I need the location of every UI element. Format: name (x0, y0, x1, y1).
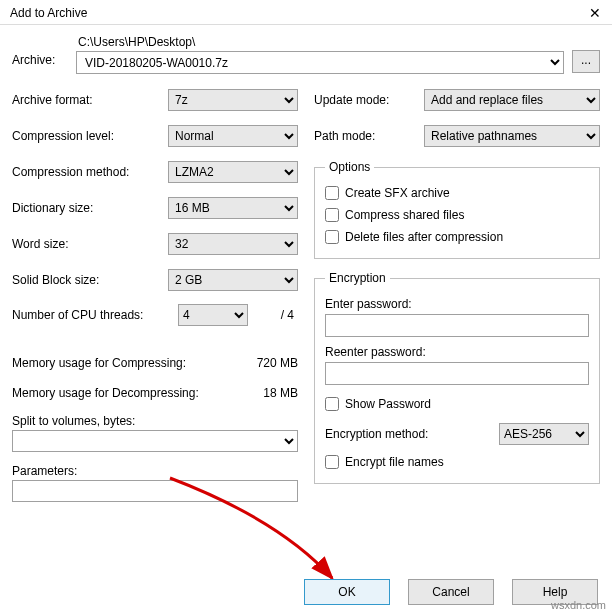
mem-decomp-value: 18 MB (263, 386, 298, 400)
archive-label: Archive: (12, 35, 68, 67)
delete-label: Delete files after compression (345, 230, 503, 244)
encrypt-names-checkbox[interactable] (325, 455, 339, 469)
word-select[interactable]: 32 (168, 233, 298, 255)
encryption-group: Encryption Enter password: Reenter passw… (314, 271, 600, 484)
pathmode-label: Path mode: (314, 129, 424, 143)
method-label: Compression method: (12, 165, 168, 179)
close-icon[interactable]: ✕ (588, 6, 602, 20)
sfx-checkbox[interactable] (325, 186, 339, 200)
options-group: Options Create SFX archive Compress shar… (314, 160, 600, 259)
show-pw-checkbox[interactable] (325, 397, 339, 411)
pathmode-select[interactable]: Relative pathnames (424, 125, 600, 147)
delete-checkbox[interactable] (325, 230, 339, 244)
word-label: Word size: (12, 237, 168, 251)
archive-filename-select[interactable]: VID-20180205-WA0010.7z (76, 51, 564, 74)
params-input[interactable] (12, 480, 298, 502)
shared-checkbox[interactable] (325, 208, 339, 222)
encryption-legend: Encryption (325, 271, 390, 285)
format-label: Archive format: (12, 93, 168, 107)
watermark: wsxdn.com (551, 599, 606, 611)
cancel-button[interactable]: Cancel (408, 579, 494, 605)
sfx-label: Create SFX archive (345, 186, 450, 200)
cpu-total: / 4 (248, 308, 298, 322)
reenter-pw-label: Reenter password: (325, 345, 589, 359)
ok-button[interactable]: OK (304, 579, 390, 605)
archive-path: C:\Users\HP\Desktop\ (76, 35, 564, 49)
update-label: Update mode: (314, 93, 424, 107)
enter-pw-input[interactable] (325, 314, 589, 337)
window-title: Add to Archive (10, 6, 87, 20)
enter-pw-label: Enter password: (325, 297, 589, 311)
mem-comp-label: Memory usage for Compressing: (12, 356, 257, 370)
mem-comp-value: 720 MB (257, 356, 298, 370)
browse-button[interactable]: ... (572, 50, 600, 73)
shared-label: Compress shared files (345, 208, 464, 222)
reenter-pw-input[interactable] (325, 362, 589, 385)
method-select[interactable]: LZMA2 (168, 161, 298, 183)
split-select[interactable] (12, 430, 298, 452)
show-pw-label: Show Password (345, 397, 431, 411)
enc-method-select[interactable]: AES-256 (499, 423, 589, 445)
cpu-label: Number of CPU threads: (12, 308, 178, 322)
encrypt-names-label: Encrypt file names (345, 455, 444, 469)
dict-label: Dictionary size: (12, 201, 168, 215)
level-select[interactable]: Normal (168, 125, 298, 147)
cpu-select[interactable]: 4 (178, 304, 248, 326)
split-label: Split to volumes, bytes: (12, 414, 298, 428)
block-label: Solid Block size: (12, 273, 168, 287)
options-legend: Options (325, 160, 374, 174)
format-select[interactable]: 7z (168, 89, 298, 111)
enc-method-label: Encryption method: (325, 427, 499, 441)
block-select[interactable]: 2 GB (168, 269, 298, 291)
level-label: Compression level: (12, 129, 168, 143)
dict-select[interactable]: 16 MB (168, 197, 298, 219)
mem-decomp-label: Memory usage for Decompressing: (12, 386, 263, 400)
params-label: Parameters: (12, 464, 298, 478)
update-select[interactable]: Add and replace files (424, 89, 600, 111)
